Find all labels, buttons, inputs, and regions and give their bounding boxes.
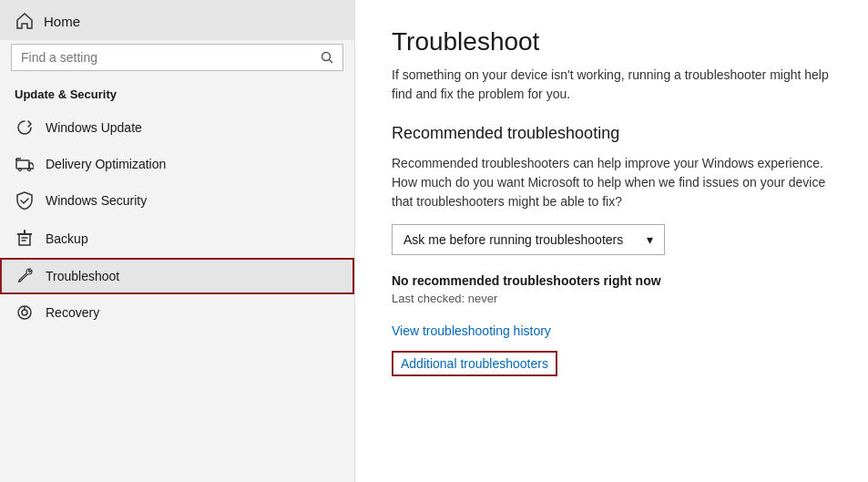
backup-icon xyxy=(15,230,35,248)
sidebar-home-label: Home xyxy=(44,14,80,29)
troubleshoot-dropdown[interactable]: Ask me before running troubleshooters ▾ xyxy=(392,224,665,255)
sidebar-item-delivery-optimization[interactable]: Delivery Optimization xyxy=(0,147,354,181)
search-input[interactable] xyxy=(21,50,321,65)
svg-rect-2 xyxy=(16,160,29,169)
update-icon xyxy=(15,118,35,137)
sidebar-item-backup[interactable]: Backup xyxy=(0,220,354,258)
additional-troubleshooters-link[interactable]: Additional troubleshooters xyxy=(392,351,557,376)
recovery-label: Recovery xyxy=(46,305,99,320)
sidebar-item-home[interactable]: Home xyxy=(0,0,354,40)
shield-icon xyxy=(15,191,35,210)
svg-point-13 xyxy=(22,310,27,315)
no-recommended-text: No recommended troubleshooters right now xyxy=(392,273,832,288)
delivery-icon xyxy=(15,157,35,171)
search-icon xyxy=(321,51,333,64)
sidebar-item-recovery[interactable]: Recovery xyxy=(0,294,354,331)
dropdown-value: Ask me before running troubleshooters xyxy=(403,232,623,247)
page-title: Troubleshoot xyxy=(392,27,832,56)
sidebar-item-troubleshoot[interactable]: Troubleshoot xyxy=(0,258,354,294)
sidebar: Home Update & Security Windows Update xyxy=(0,0,355,482)
wrench-icon xyxy=(15,268,35,284)
sidebar-item-windows-update[interactable]: Windows Update xyxy=(0,108,354,147)
backup-label: Backup xyxy=(46,231,88,246)
windows-security-label: Windows Security xyxy=(46,193,147,208)
view-history-link[interactable]: View troubleshooting history xyxy=(392,323,832,338)
svg-line-1 xyxy=(330,60,333,64)
section-label: Update & Security xyxy=(0,84,354,108)
svg-point-3 xyxy=(19,169,22,171)
page-description: If something on your device isn't workin… xyxy=(392,66,829,104)
recommended-title: Recommended troubleshooting xyxy=(392,124,832,143)
home-icon xyxy=(15,13,35,29)
recommended-desc: Recommended troubleshooters can help imp… xyxy=(392,154,832,211)
delivery-optimization-label: Delivery Optimization xyxy=(46,157,166,171)
search-box[interactable] xyxy=(11,44,343,71)
troubleshoot-label: Troubleshoot xyxy=(46,269,119,283)
svg-point-0 xyxy=(322,53,331,61)
chevron-down-icon: ▾ xyxy=(647,232,653,247)
last-checked-text: Last checked: never xyxy=(392,292,832,305)
recovery-icon xyxy=(15,304,35,321)
windows-update-label: Windows Update xyxy=(46,120,142,135)
sidebar-item-windows-security[interactable]: Windows Security xyxy=(0,181,354,220)
svg-point-4 xyxy=(28,169,31,171)
main-content: Troubleshoot If something on your device… xyxy=(355,0,868,482)
